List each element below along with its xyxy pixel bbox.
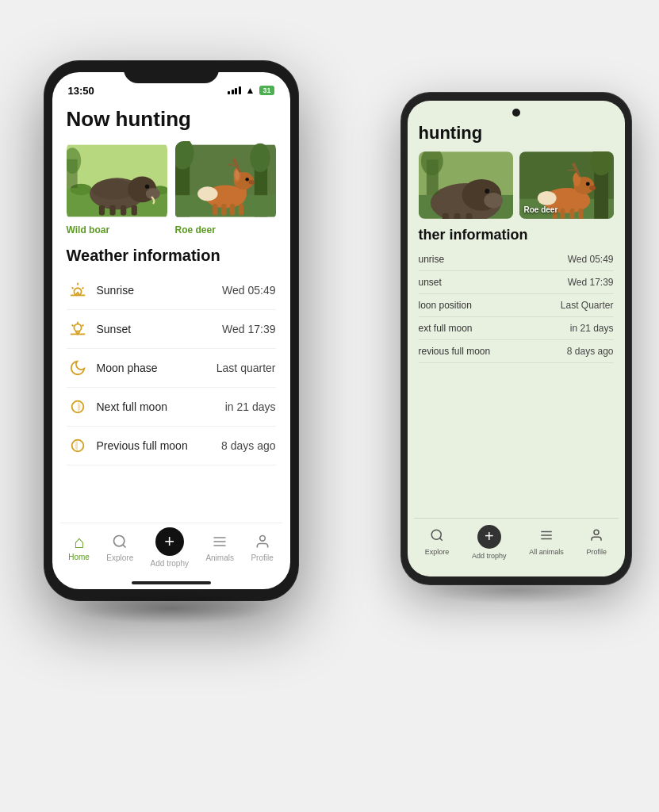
svg-line-47: [123, 544, 126, 547]
svg-point-73: [537, 191, 556, 205]
animal-cards: Wild boar: [67, 141, 276, 236]
android-title: hunting: [419, 123, 614, 144]
android-prev-moon-value: 8 days ago: [567, 346, 614, 357]
android-device: hunting: [401, 93, 631, 584]
svg-rect-59: [454, 213, 460, 219]
profile-label: Profile: [251, 553, 273, 562]
android-sunset-row: unset Wed 17:39: [419, 271, 614, 294]
android-boar-card[interactable]: [419, 151, 513, 219]
add-trophy-label: Add trophy: [151, 559, 189, 568]
android-camera: [512, 109, 520, 117]
explore-label: Explore: [106, 553, 133, 562]
iphone-screen: 13:50 ▲ 31 Now hunting: [52, 72, 290, 589]
home-label: Home: [68, 553, 90, 561]
android-sunrise-value: Wed 05:49: [568, 254, 614, 265]
wild-boar-card[interactable]: Wild boar: [67, 141, 167, 236]
svg-rect-31: [221, 204, 226, 216]
svg-line-37: [71, 287, 73, 289]
svg-point-13: [91, 179, 134, 199]
svg-line-36: [82, 287, 83, 289]
nav-explore[interactable]: Explore: [106, 534, 133, 562]
add-trophy-button[interactable]: +: [155, 527, 184, 556]
android-sunset-value: Wed 17:39: [568, 277, 614, 288]
nav-animals[interactable]: Animals: [205, 534, 234, 562]
android-explore-icon: [430, 528, 444, 546]
bottom-nav: ⌂ Home Explore + Add trophy: [60, 523, 282, 578]
explore-icon: [112, 534, 128, 552]
nav-add-trophy[interactable]: + Add trophy: [151, 527, 189, 568]
android-animals-label: All animals: [529, 548, 564, 556]
svg-rect-60: [466, 213, 472, 219]
nav-profile[interactable]: Profile: [251, 534, 273, 562]
prev-moon-row: Previous full moon 8 days ago: [67, 427, 276, 465]
svg-rect-12: [131, 205, 136, 216]
prev-moon-icon: [67, 435, 89, 457]
weather-list: Sunrise Wed 05:49: [67, 271, 276, 465]
android-bottom-nav: Explore + Add trophy All animals: [414, 518, 619, 569]
signal-icon: [228, 86, 241, 94]
animals-icon: [212, 534, 228, 552]
android-boar-image: [419, 151, 513, 219]
svg-rect-76: [569, 209, 574, 219]
svg-point-72: [589, 186, 596, 190]
scene: 13:50 ▲ 31 Now hunting: [21, 29, 639, 783]
svg-rect-10: [109, 205, 115, 216]
android-animal-cards: Roe deer: [419, 151, 614, 219]
android-animals-icon: [539, 528, 554, 546]
android-nav-add-trophy[interactable]: + Add trophy: [472, 525, 507, 560]
svg-point-39: [74, 324, 81, 331]
sunrise-row: Sunrise Wed 05:49: [67, 271, 276, 310]
home-icon: ⌂: [74, 534, 84, 551]
sunrise-label: Sunrise: [97, 284, 223, 297]
svg-point-56: [484, 193, 503, 209]
android-nav-all-animals[interactable]: All animals: [529, 528, 564, 556]
android-weather-list: unrise Wed 05:49 unset Wed 17:39 loon po…: [419, 248, 614, 363]
svg-point-29: [197, 186, 217, 201]
svg-rect-75: [560, 209, 565, 219]
svg-point-27: [245, 178, 249, 182]
android-deer-label: Roe deer: [524, 205, 558, 214]
nav-home[interactable]: ⌂ Home: [68, 534, 90, 561]
android-profile-icon: [589, 528, 603, 546]
svg-point-46: [114, 535, 125, 546]
android-nav-profile[interactable]: Profile: [587, 528, 607, 556]
android-deer-card[interactable]: Roe deer: [519, 151, 614, 219]
sunset-row: Sunset Wed 17:39: [67, 310, 276, 349]
svg-point-78: [431, 530, 441, 539]
svg-rect-32: [229, 204, 234, 216]
roe-deer-card[interactable]: Roe deer: [175, 141, 276, 236]
android-prev-moon-label: revious full moon: [419, 346, 567, 357]
prev-moon-value: 8 days ago: [221, 439, 276, 452]
battery-indicator: 31: [259, 86, 274, 95]
iphone-notch: [124, 61, 219, 83]
svg-point-28: [248, 180, 254, 184]
android-sunrise-label: unrise: [419, 254, 568, 265]
animals-label: Animals: [205, 553, 234, 562]
svg-point-83: [594, 530, 599, 534]
android-screen: hunting: [408, 101, 625, 576]
android-next-moon-label: ext full moon: [419, 323, 570, 334]
svg-point-71: [585, 182, 589, 186]
moon-phase-icon: [67, 357, 89, 379]
svg-rect-9: [98, 205, 104, 216]
svg-point-8: [144, 185, 148, 189]
next-moon-value: in 21 days: [225, 400, 276, 413]
android-explore-label: Explore: [425, 548, 450, 556]
sunrise-icon: [67, 279, 89, 301]
svg-point-51: [259, 535, 265, 541]
android-moon-pos-label: loon position: [419, 300, 561, 311]
prev-moon-label: Previous full moon: [97, 439, 222, 452]
android-add-button[interactable]: +: [477, 525, 501, 549]
iphone-device: 13:50 ▲ 31 Now hunting: [44, 61, 298, 600]
android-content: hunting: [408, 101, 625, 526]
sunrise-value: Wed 05:49: [222, 284, 275, 297]
home-indicator: [132, 581, 211, 584]
android-next-moon-row: ext full moon in 21 days: [419, 317, 614, 340]
svg-rect-33: [238, 204, 243, 216]
android-nav-explore[interactable]: Explore: [425, 528, 450, 556]
next-moon-icon: [67, 396, 89, 418]
android-prev-moon-row: revious full moon 8 days ago: [419, 340, 614, 363]
android-next-moon-value: in 21 days: [570, 323, 614, 334]
weather-title: Weather information: [67, 247, 276, 265]
moon-phase-label: Moon phase: [97, 362, 216, 374]
